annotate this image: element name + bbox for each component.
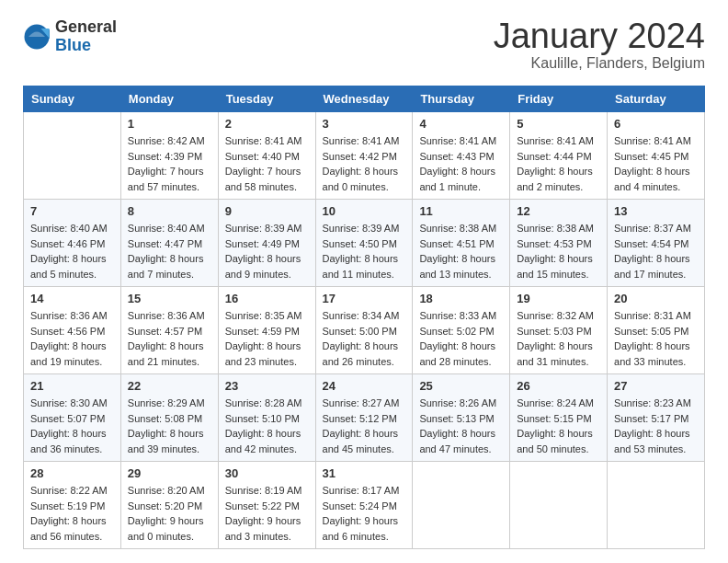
col-wednesday: Wednesday bbox=[315, 86, 413, 112]
calendar-cell: 23Sunrise: 8:28 AMSunset: 5:10 PMDayligh… bbox=[218, 374, 315, 462]
col-saturday: Saturday bbox=[608, 86, 705, 112]
col-tuesday: Tuesday bbox=[218, 86, 315, 112]
col-friday: Friday bbox=[510, 86, 608, 112]
week-row-2: 7Sunrise: 8:40 AMSunset: 4:46 PMDaylight… bbox=[24, 200, 705, 287]
calendar-cell: 10Sunrise: 8:39 AMSunset: 4:50 PMDayligh… bbox=[315, 200, 413, 287]
calendar-cell: 15Sunrise: 8:36 AMSunset: 4:57 PMDayligh… bbox=[120, 287, 218, 374]
day-info: Sunrise: 8:39 AMSunset: 4:49 PMDaylight:… bbox=[225, 221, 309, 282]
day-number: 12 bbox=[517, 204, 600, 218]
header: General Blue January 2024 Kaulille, Flan… bbox=[23, 18, 705, 72]
calendar-cell bbox=[608, 462, 705, 549]
day-info: Sunrise: 8:39 AMSunset: 4:50 PMDaylight:… bbox=[323, 221, 406, 282]
day-number: 8 bbox=[128, 204, 211, 218]
col-thursday: Thursday bbox=[413, 86, 510, 112]
calendar-body: 1Sunrise: 8:42 AMSunset: 4:39 PMDaylight… bbox=[24, 112, 705, 549]
page: General Blue January 2024 Kaulille, Flan… bbox=[0, 0, 728, 563]
day-info: Sunrise: 8:41 AMSunset: 4:45 PMDaylight:… bbox=[614, 133, 698, 194]
day-number: 20 bbox=[614, 292, 698, 305]
calendar-cell: 29Sunrise: 8:20 AMSunset: 5:20 PMDayligh… bbox=[120, 462, 218, 549]
day-info: Sunrise: 8:40 AMSunset: 4:47 PMDaylight:… bbox=[128, 221, 211, 282]
day-number: 17 bbox=[323, 292, 406, 305]
day-number: 28 bbox=[30, 466, 114, 480]
day-number: 27 bbox=[614, 379, 698, 393]
calendar-cell: 18Sunrise: 8:33 AMSunset: 5:02 PMDayligh… bbox=[413, 287, 510, 374]
header-row: Sunday Monday Tuesday Wednesday Thursday… bbox=[24, 86, 705, 112]
day-number: 26 bbox=[517, 379, 600, 393]
title-section: January 2024 Kaulille, Flanders, Belgium bbox=[494, 18, 705, 72]
day-number: 7 bbox=[30, 204, 114, 218]
location: Kaulille, Flanders, Belgium bbox=[494, 55, 705, 72]
calendar-cell: 19Sunrise: 8:32 AMSunset: 5:03 PMDayligh… bbox=[510, 287, 608, 374]
day-number: 5 bbox=[517, 117, 600, 131]
logo-blue: Blue bbox=[55, 37, 117, 55]
day-info: Sunrise: 8:36 AMSunset: 4:56 PMDaylight:… bbox=[30, 308, 114, 369]
day-info: Sunrise: 8:29 AMSunset: 5:08 PMDaylight:… bbox=[128, 396, 211, 456]
calendar-cell: 3Sunrise: 8:41 AMSunset: 4:42 PMDaylight… bbox=[315, 112, 413, 200]
logo-icon bbox=[23, 23, 51, 51]
day-info: Sunrise: 8:24 AMSunset: 5:15 PMDaylight:… bbox=[517, 396, 600, 456]
calendar-cell: 4Sunrise: 8:41 AMSunset: 4:43 PMDaylight… bbox=[413, 112, 510, 200]
day-info: Sunrise: 8:19 AMSunset: 5:22 PMDaylight:… bbox=[225, 483, 309, 544]
calendar-cell: 7Sunrise: 8:40 AMSunset: 4:46 PMDaylight… bbox=[24, 200, 121, 287]
day-number: 24 bbox=[323, 379, 406, 393]
day-number: 15 bbox=[128, 292, 211, 305]
calendar-cell: 6Sunrise: 8:41 AMSunset: 4:45 PMDaylight… bbox=[608, 112, 705, 200]
day-number: 13 bbox=[614, 204, 698, 218]
day-info: Sunrise: 8:20 AMSunset: 5:20 PMDaylight:… bbox=[128, 483, 211, 544]
calendar-cell: 13Sunrise: 8:37 AMSunset: 4:54 PMDayligh… bbox=[608, 200, 705, 287]
calendar-cell: 26Sunrise: 8:24 AMSunset: 5:15 PMDayligh… bbox=[510, 374, 608, 462]
calendar-cell: 21Sunrise: 8:30 AMSunset: 5:07 PMDayligh… bbox=[24, 374, 121, 462]
week-row-4: 21Sunrise: 8:30 AMSunset: 5:07 PMDayligh… bbox=[24, 374, 705, 462]
day-number: 30 bbox=[225, 466, 309, 480]
calendar-cell: 30Sunrise: 8:19 AMSunset: 5:22 PMDayligh… bbox=[218, 462, 315, 549]
calendar-cell: 12Sunrise: 8:38 AMSunset: 4:53 PMDayligh… bbox=[510, 200, 608, 287]
col-monday: Monday bbox=[120, 86, 218, 112]
calendar-cell bbox=[510, 462, 608, 549]
day-info: Sunrise: 8:26 AMSunset: 5:13 PMDaylight:… bbox=[419, 396, 503, 456]
calendar-cell: 24Sunrise: 8:27 AMSunset: 5:12 PMDayligh… bbox=[315, 374, 413, 462]
calendar-cell: 20Sunrise: 8:31 AMSunset: 5:05 PMDayligh… bbox=[608, 287, 705, 374]
day-number: 3 bbox=[323, 117, 406, 131]
calendar-cell bbox=[413, 462, 510, 549]
calendar-table: Sunday Monday Tuesday Wednesday Thursday… bbox=[23, 86, 705, 549]
day-number: 9 bbox=[225, 204, 309, 218]
day-number: 22 bbox=[128, 379, 211, 393]
calendar-cell: 28Sunrise: 8:22 AMSunset: 5:19 PMDayligh… bbox=[24, 462, 121, 549]
day-info: Sunrise: 8:28 AMSunset: 5:10 PMDaylight:… bbox=[225, 396, 309, 456]
day-info: Sunrise: 8:38 AMSunset: 4:51 PMDaylight:… bbox=[419, 221, 503, 282]
day-number: 29 bbox=[128, 466, 211, 480]
day-number: 4 bbox=[419, 117, 503, 131]
day-info: Sunrise: 8:38 AMSunset: 4:53 PMDaylight:… bbox=[517, 221, 600, 282]
logo-text: General Blue bbox=[55, 18, 117, 55]
day-info: Sunrise: 8:41 AMSunset: 4:43 PMDaylight:… bbox=[419, 133, 503, 194]
calendar-cell: 9Sunrise: 8:39 AMSunset: 4:49 PMDaylight… bbox=[218, 200, 315, 287]
day-number: 11 bbox=[419, 204, 503, 218]
day-number: 21 bbox=[30, 379, 114, 393]
day-number: 19 bbox=[517, 292, 600, 305]
day-info: Sunrise: 8:30 AMSunset: 5:07 PMDaylight:… bbox=[30, 396, 114, 456]
day-info: Sunrise: 8:41 AMSunset: 4:44 PMDaylight:… bbox=[517, 133, 600, 194]
day-info: Sunrise: 8:27 AMSunset: 5:12 PMDaylight:… bbox=[323, 396, 406, 456]
day-number: 6 bbox=[614, 117, 698, 131]
day-info: Sunrise: 8:32 AMSunset: 5:03 PMDaylight:… bbox=[517, 308, 600, 369]
day-info: Sunrise: 8:31 AMSunset: 5:05 PMDaylight:… bbox=[614, 308, 698, 369]
calendar-cell: 25Sunrise: 8:26 AMSunset: 5:13 PMDayligh… bbox=[413, 374, 510, 462]
calendar-cell: 14Sunrise: 8:36 AMSunset: 4:56 PMDayligh… bbox=[24, 287, 121, 374]
day-number: 31 bbox=[323, 466, 406, 480]
day-info: Sunrise: 8:41 AMSunset: 4:42 PMDaylight:… bbox=[323, 133, 406, 194]
logo-general: General bbox=[55, 18, 117, 37]
day-number: 25 bbox=[419, 379, 503, 393]
week-row-1: 1Sunrise: 8:42 AMSunset: 4:39 PMDaylight… bbox=[24, 112, 705, 200]
day-info: Sunrise: 8:23 AMSunset: 5:17 PMDaylight:… bbox=[614, 396, 698, 456]
week-row-5: 28Sunrise: 8:22 AMSunset: 5:19 PMDayligh… bbox=[24, 462, 705, 549]
calendar-cell: 8Sunrise: 8:40 AMSunset: 4:47 PMDaylight… bbox=[120, 200, 218, 287]
col-sunday: Sunday bbox=[24, 86, 121, 112]
day-info: Sunrise: 8:36 AMSunset: 4:57 PMDaylight:… bbox=[128, 308, 211, 369]
day-number: 18 bbox=[419, 292, 503, 305]
day-number: 16 bbox=[225, 292, 309, 305]
week-row-3: 14Sunrise: 8:36 AMSunset: 4:56 PMDayligh… bbox=[24, 287, 705, 374]
calendar-cell: 5Sunrise: 8:41 AMSunset: 4:44 PMDaylight… bbox=[510, 112, 608, 200]
day-number: 1 bbox=[128, 117, 211, 131]
day-info: Sunrise: 8:17 AMSunset: 5:24 PMDaylight:… bbox=[323, 483, 406, 544]
day-number: 23 bbox=[225, 379, 309, 393]
